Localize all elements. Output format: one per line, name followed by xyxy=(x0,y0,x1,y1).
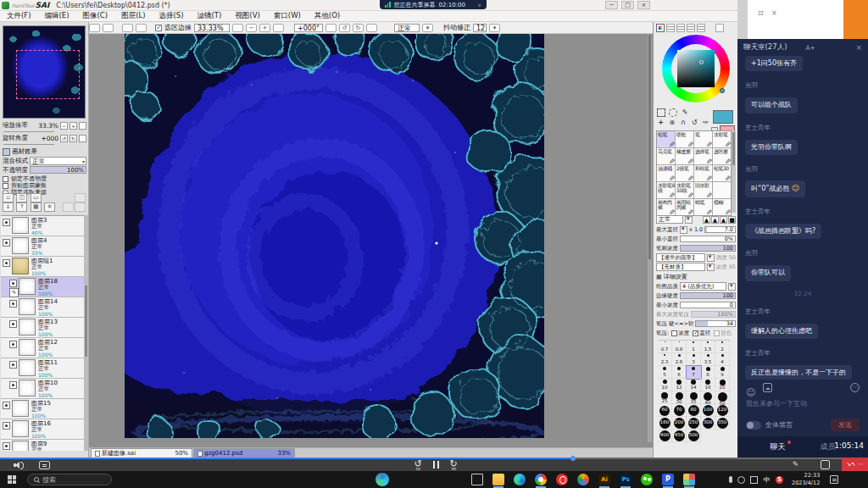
advanced-settings-header[interactable]: 详细设置 xyxy=(656,273,687,281)
layer-row[interactable]: 图层14正常100% xyxy=(1,297,88,318)
emoji-icon[interactable] xyxy=(746,383,755,392)
more-options-icon[interactable] xyxy=(850,383,860,392)
image-upload-icon[interactable] xyxy=(763,383,772,392)
blend-mode-select[interactable]: 正常 xyxy=(30,157,86,165)
brush-edge-shape-icon[interactable] xyxy=(703,216,710,224)
brush-texture-row[interactable]: 【无材质】 浓度 95 xyxy=(656,263,736,271)
rotate-cw-button[interactable]: ↻ xyxy=(353,24,364,32)
brush-grid-scrollbar[interactable] xyxy=(732,130,736,213)
brush-tool[interactable]: 油漆桶 xyxy=(657,165,675,181)
brush-size-option[interactable]: 10 xyxy=(658,379,672,391)
sai-taskbar-icon[interactable] xyxy=(683,474,695,485)
menu-item[interactable]: 文件(F) xyxy=(0,11,38,21)
rotate-tool-icon[interactable] xyxy=(691,119,698,127)
brush-tool[interactable]: 旧水彩 xyxy=(694,182,712,198)
wechat-icon[interactable] xyxy=(641,474,653,485)
canvas-painting[interactable] xyxy=(125,34,544,438)
layer-visibility-toggle[interactable] xyxy=(9,320,17,328)
maximize-button[interactable] xyxy=(621,1,634,9)
navigator-thumbnail[interactable] xyxy=(3,25,86,119)
brush-tool[interactable]: 选择笔 xyxy=(694,148,712,164)
widgets-weather-icon[interactable] xyxy=(376,473,389,486)
brush-blend-select[interactable]: 正常 xyxy=(656,215,683,224)
canvas-tab[interactable]: gzg0412.psd 33% xyxy=(193,448,295,458)
brush-tool[interactable]: 水彩笔9级 xyxy=(657,182,675,198)
checkbox-icon[interactable] xyxy=(714,330,720,336)
progress-handle[interactable] xyxy=(570,456,576,461)
menu-item[interactable]: 选择(S) xyxy=(153,11,191,21)
layer-visibility-toggle[interactable] xyxy=(9,361,17,369)
layer-row[interactable]: 图层16正常100% xyxy=(1,419,88,440)
menu-item[interactable]: 窗口(W) xyxy=(267,11,308,21)
quality-dropdown[interactable] xyxy=(728,283,736,291)
stop-share-button[interactable]: ↘↖ ⋯ xyxy=(842,458,868,471)
opacity-slider[interactable]: 100% xyxy=(30,166,86,174)
max-density-pressure-row[interactable]: 最大浓度笔压 100% xyxy=(656,310,736,319)
menu-item[interactable]: 滤镜(T) xyxy=(191,11,229,21)
brush-size-option[interactable]: 1 xyxy=(687,341,701,353)
brush-tool[interactable]: 选区擦 xyxy=(713,148,731,164)
brush-size-option[interactable]: 25 xyxy=(658,391,672,404)
layer-row[interactable]: 图层11正常100% xyxy=(1,358,88,379)
brush-size-option[interactable]: 7 xyxy=(687,366,701,379)
start-button[interactable] xyxy=(0,471,24,488)
brush-blend-dropdown[interactable] xyxy=(685,216,693,224)
menu-item[interactable]: 编辑(E) xyxy=(38,11,76,21)
brush-edge-shape-icon[interactable] xyxy=(720,216,727,224)
menu-item[interactable]: 其他(O) xyxy=(308,11,347,21)
brush-size-option[interactable]: 5 xyxy=(658,366,672,379)
delete-layer-button[interactable]: ✕ xyxy=(44,202,55,212)
layer-visibility-toggle[interactable] xyxy=(9,381,17,389)
danmaku-toggle-icon[interactable] xyxy=(39,461,50,469)
pressure-option[interactable]: 浓度 xyxy=(671,330,689,337)
zoom-out-button[interactable]: − xyxy=(246,24,257,32)
pressure-option[interactable]: 混色 xyxy=(714,330,732,337)
chrome-browser-icon[interactable] xyxy=(535,474,547,485)
marquee-select-icon[interactable] xyxy=(657,108,665,117)
music-app-icon[interactable] xyxy=(556,474,568,485)
canvas-vertical-scrollbar[interactable] xyxy=(648,36,652,442)
brush-size-option[interactable]: 1.5 xyxy=(701,341,715,353)
pressure-option[interactable]: 直径 xyxy=(693,330,710,337)
annotate-pencil-icon[interactable] xyxy=(791,460,800,469)
brush-size-option[interactable]: 250 xyxy=(687,417,701,430)
chat-tab[interactable]: 聊天 xyxy=(771,441,786,452)
illustrator-icon[interactable] xyxy=(598,474,610,485)
nav-zoom-reset-button[interactable] xyxy=(79,122,86,130)
screen-share-bar[interactable]: 您正在共享屏幕 02:10:00 xyxy=(380,0,487,9)
brush-size-option[interactable]: 3.5 xyxy=(701,353,715,366)
brush-size-option[interactable]: 0.8 xyxy=(672,341,687,353)
checkbox-icon[interactable] xyxy=(693,330,698,336)
min-diameter-row[interactable]: 最小直径 0% xyxy=(656,235,736,243)
menu-item[interactable]: 图像(C) xyxy=(76,11,115,21)
nav-zoom-out-button[interactable]: − xyxy=(60,122,68,130)
transfer-down-button[interactable]: ↓ xyxy=(3,202,14,212)
zoom-fit-button[interactable] xyxy=(273,24,284,32)
brush-tool[interactable]: 水彩笔10级 xyxy=(676,182,693,198)
saturation-value-square[interactable] xyxy=(677,50,715,87)
brush-size-option[interactable]: 500 xyxy=(687,430,701,442)
merge-down-button[interactable]: ↑ xyxy=(16,202,27,212)
selection-edge-checkbox[interactable] xyxy=(155,25,162,31)
min-diameter-slider[interactable]: 0% xyxy=(680,236,736,242)
layer-visibility-toggle[interactable] xyxy=(3,259,10,267)
brush-density-row[interactable]: 笔刷浓度 100 xyxy=(656,244,736,252)
brush-edge-shape-icon[interactable] xyxy=(728,216,736,224)
swatches-icon[interactable] xyxy=(697,24,705,32)
layer-row[interactable]: 图层12正常100% xyxy=(1,338,88,358)
layer-mask-button[interactable] xyxy=(75,193,86,202)
rotate-reset-button[interactable] xyxy=(326,24,337,32)
brush-size-option[interactable]: 300 xyxy=(701,417,715,430)
mute-all-toggle[interactable] xyxy=(746,421,761,430)
menu-item[interactable]: 图层(L) xyxy=(114,11,152,21)
brush-tool[interactable]: 铅笔 xyxy=(657,131,675,147)
rgb-slider-icon[interactable] xyxy=(666,24,675,32)
checkbox-icon[interactable] xyxy=(671,330,677,336)
brush-size-option[interactable]: 40 xyxy=(701,391,715,404)
layer-visibility-toggle[interactable] xyxy=(3,402,10,409)
edge-browser-icon[interactable] xyxy=(514,474,526,485)
max-density-pressure-slider[interactable]: 100% xyxy=(691,311,736,318)
sv-cursor[interactable] xyxy=(699,60,704,64)
brush-tool[interactable]: 水彩笔 xyxy=(713,131,731,147)
brush-tool[interactable]: 喷枪 xyxy=(676,131,693,147)
